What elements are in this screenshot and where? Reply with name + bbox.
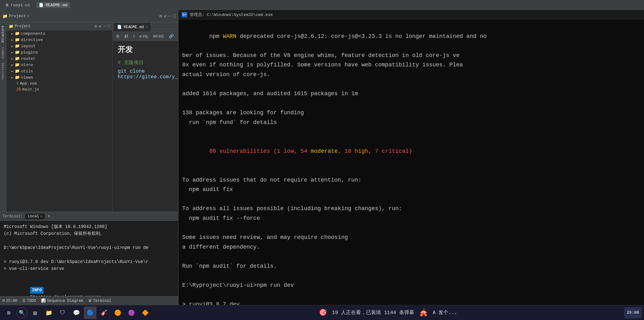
cmd-content[interactable]: npm WARN deprecated core-js@2.6.12: core… (178, 19, 644, 305)
terminal-button[interactable]: 🖥 Terminal (88, 298, 111, 303)
sequence-diagram-button[interactable]: 📊 Sequence Diagram (41, 298, 83, 303)
tree-item-utils[interactable]: ▶ 📁 utils (6, 68, 112, 74)
add-terminal-button[interactable]: + (47, 214, 50, 219)
folder-components-icon: 📁 (15, 31, 20, 36)
list-icon: ☰ (22, 298, 26, 303)
h2-button[interactable]: ## H2 (152, 33, 165, 39)
cmd-line-6 (182, 99, 640, 108)
editor-tabs: 📄 README.md ✕ (113, 23, 178, 32)
vtab-commit[interactable]: Commit (1, 45, 5, 60)
folder-icon: 📁 (3, 14, 8, 19)
sync-icon[interactable]: ⇄ (164, 13, 167, 19)
cmd-line-17 (182, 223, 640, 233)
cmd-line-13: npm audit fix (182, 185, 640, 194)
cmd-line-25: > ruoyi@3.8.7 dev (182, 300, 640, 305)
window-icon[interactable]: □ (107, 24, 110, 29)
terminal-line-4 (4, 251, 174, 258)
tree-item-components[interactable]: ▶ 📁 components (6, 30, 112, 37)
settings-icon[interactable]: ⚙ (159, 13, 162, 19)
cmd-line-15: To address all issues possible (includin… (182, 204, 640, 214)
app4-button[interactable]: 🔶 (139, 307, 152, 319)
settings-gear-icon[interactable]: ⚙ (95, 24, 97, 29)
browser-button[interactable]: 🔵 (84, 307, 96, 319)
terminal-line-2 (4, 237, 174, 244)
tree-item-app-vue[interactable]: V App.vue (6, 80, 112, 86)
time-display[interactable]: H 25:00 (3, 299, 17, 303)
ide-panel: 📁 Project ▼ ⚙ ⇄ — □ Structure Commit Fav… (0, 10, 178, 305)
tab-ruoyi-ui[interactable]: 🖥 ruoyi-ui (3, 2, 33, 8)
italic-button[interactable]: I (132, 33, 136, 39)
explorer-button[interactable]: 📁 (43, 307, 55, 319)
terminal-tab-local[interactable]: Local ✕ (25, 214, 45, 219)
h1-button[interactable]: # H1 (138, 33, 149, 39)
collapse-icon[interactable]: — (103, 24, 106, 29)
todo-button[interactable]: ☰ TODO (22, 298, 36, 303)
cmd-line-0: npm WARN deprecated core-js@2.6.12: core… (182, 22, 640, 51)
chevron-down-icon: ▼ (27, 14, 29, 18)
window-title-bar: 🖥 ruoyi-ui 📄 README.md (0, 0, 644, 10)
chevron-icon: ▶ (11, 32, 13, 36)
terminal-content[interactable]: Microsoft Windows [版本 10.0.19042.1288] (… (0, 221, 178, 296)
chevron-icon: ▶ (11, 38, 13, 42)
folder-layout-icon: 📁 (15, 44, 20, 49)
start-button[interactable]: ⊞ (3, 307, 15, 319)
editor-code: git clone https://gitee.com/y_pr (118, 69, 173, 80)
taskbar: ⊞ 🔍 ▤ 📁 🛡 💬 🔵 🎸 🟠 🟣 🔶 🎯 19 人正在看，已装填 1144… (0, 305, 644, 320)
maximize-icon[interactable]: □ (173, 13, 176, 19)
app1-button[interactable]: 🎸 (98, 307, 110, 319)
editor-content[interactable]: 开发 # 克隆项目 git clone https://gitee.com/y_… (113, 41, 178, 212)
cmd-line-21: Run `npm audit` for details. (182, 261, 640, 271)
cmd-line-7: 138 packages are looking for funding (182, 108, 640, 118)
tree-item-views[interactable]: ▶ 📁 views (6, 74, 112, 80)
tree-item-main-js[interactable]: JS main.js (6, 86, 112, 92)
terminal-icon: 🖥 (88, 298, 92, 303)
readme-icon: 📄 (39, 3, 44, 8)
close-terminal-icon[interactable]: ✕ (40, 214, 43, 218)
main-layout: 📁 Project ▼ ⚙ ⇄ — □ Structure Commit Fav… (0, 10, 644, 305)
search-button[interactable]: 🔍 (16, 307, 28, 318)
minimize-icon[interactable]: — (168, 13, 171, 19)
terminal-panel: Terminal: Local ✕ + Microsoft Windows [版… (0, 212, 178, 296)
cmd-line-23: E:\Ryproject\ruoyi-ui>npm run dev (182, 281, 640, 290)
cmd-line-5: added 1614 packages, and audited 1615 pa… (182, 89, 640, 99)
chat-button[interactable]: 💬 (70, 307, 83, 319)
tree-header: 📁 Project ⚙ ⇄ — □ (6, 23, 112, 30)
close-tab-icon[interactable]: ✕ (146, 25, 148, 29)
tab-readme[interactable]: 📄 README.md (36, 2, 70, 8)
diagram-icon: 📊 (41, 298, 46, 303)
tree-item-layout[interactable]: ▶ 📁 layout (6, 43, 112, 49)
terminal-line-5: > ruoyi@3.7.0 dev D:\WorkSpace\IdeaProje… (4, 258, 174, 265)
chevron-icon: ▶ (11, 50, 13, 54)
ide-content: Structure Commit Favorites 📁 Project ⚙ ⇄… (0, 23, 178, 212)
cmd-line-18: Some issues need review, and may require… (182, 233, 640, 242)
app3-button[interactable]: 🟣 (125, 307, 138, 319)
tab-ruoyi-label: ruoyi-ui (11, 3, 30, 8)
bold-button[interactable]: B (115, 33, 121, 39)
expand-icon[interactable]: ⇄ (99, 24, 101, 29)
live-text: 19 人正在看，已装填 1144 条弹幕 (332, 309, 414, 316)
vtab-favorites[interactable]: Favorites (1, 61, 5, 81)
editor-heading: 开发 (118, 44, 173, 54)
vtab-structure[interactable]: Structure (1, 24, 5, 44)
tree-item-plugins[interactable]: ▶ 📁 plugins (6, 49, 112, 55)
bottom-status-bar: H 25:00 ☰ TODO 📊 Sequence Diagram 🖥 Term… (0, 296, 178, 305)
folder-views-icon: 📁 (15, 75, 20, 80)
shield-button[interactable]: 🛡 (56, 307, 69, 319)
terminal-line-8: INFO Starting development server... ▌ (4, 279, 174, 296)
folder-utils-icon: 📁 (15, 69, 20, 74)
cmd-line-20 (182, 252, 640, 261)
tree-item-router[interactable]: ▶ 📁 router (6, 55, 112, 62)
strikethrough-button[interactable]: 斜 (123, 33, 130, 40)
editor-tab-readme[interactable]: 📄 README.md ✕ (114, 23, 151, 32)
app2-button[interactable]: 🟠 (111, 307, 124, 319)
task-view-button[interactable]: ▤ (29, 307, 41, 319)
cmd-line-10: 80 vulnerabilities (1 low, 54 moderate, … (182, 137, 640, 166)
chevron-icon: ▶ (11, 75, 13, 80)
tree-item-directive[interactable]: ▶ 📁 directive (6, 37, 112, 43)
cmd-line-12: To address issues that do not require at… (182, 175, 640, 185)
cmd-line-19: a different dependency. (182, 242, 640, 252)
cmd-line-11 (182, 166, 640, 175)
link-button[interactable]: 🔗 (167, 33, 175, 39)
tree-item-store[interactable]: ▶ 📁 store (6, 62, 112, 68)
project-folder-icon: 📁 (9, 24, 13, 29)
